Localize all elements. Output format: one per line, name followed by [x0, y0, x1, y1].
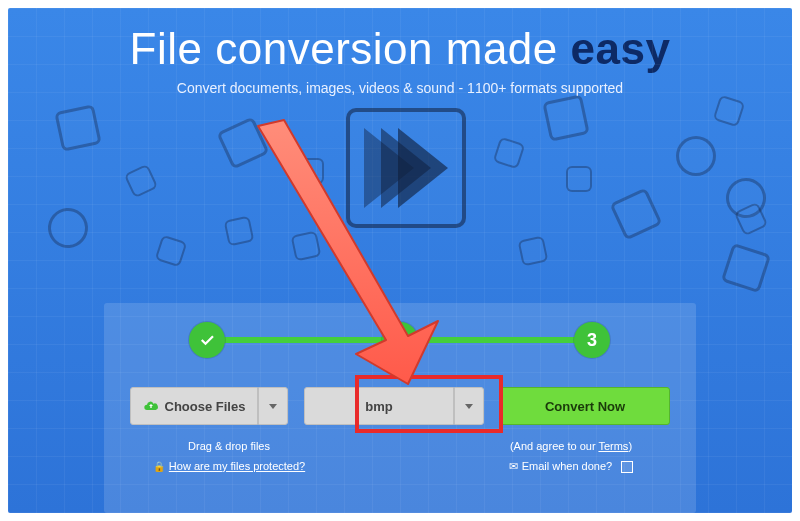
page-subtitle: Convert documents, images, videos & soun… [8, 80, 792, 96]
chevron-down-icon [465, 404, 473, 409]
choose-files-label: Choose Files [165, 399, 246, 414]
email-checkbox[interactable] [621, 461, 633, 473]
mail-icon: ✉ [509, 457, 518, 477]
choose-files-group: Choose Files [130, 387, 288, 425]
agree-suffix: ) [628, 440, 632, 452]
drag-hint: Drag & drop files [144, 437, 314, 457]
hints-col-mid [315, 437, 485, 477]
format-select-group: bmp [304, 387, 484, 425]
sketch-icon [43, 203, 93, 253]
sketch-icon [54, 104, 101, 151]
app-logo [346, 108, 466, 228]
step-1-indicator [189, 322, 225, 358]
check-icon [391, 331, 409, 349]
sketch-icon [713, 95, 746, 128]
cloud-upload-icon [143, 398, 159, 414]
sketch-icon [216, 116, 269, 169]
sketch-icon [124, 164, 159, 199]
sketch-icon [155, 235, 188, 268]
action-row: Choose Files bmp Convert Now [104, 387, 696, 425]
check-icon [198, 331, 216, 349]
lock-icon: 🔒 [153, 458, 165, 476]
hints-row: Drag & drop files 🔒How are my files prot… [104, 437, 696, 477]
step-3-label: 3 [587, 330, 597, 351]
sketch-icon [493, 137, 526, 170]
format-selected-label: bmp [365, 399, 392, 414]
steps-panel: 3 Choose Files bmp [104, 303, 696, 513]
hints-col-left: Drag & drop files 🔒How are my files prot… [144, 437, 314, 477]
sketch-icon [291, 231, 322, 262]
sketch-icon [721, 243, 771, 293]
hints-col-right: (And agree to our Terms) ✉Email when don… [486, 437, 656, 477]
choose-files-button[interactable]: Choose Files [130, 387, 258, 425]
sketch-icon [518, 236, 549, 267]
agree-prefix: (And agree to our [510, 440, 598, 452]
format-select-caret[interactable] [454, 387, 484, 425]
convert-label: Convert Now [545, 399, 625, 414]
sketch-icon [542, 94, 589, 141]
sketch-icon [298, 158, 324, 184]
sketch-icon [609, 187, 662, 240]
email-label: Email when done? [522, 460, 613, 472]
email-line: ✉Email when done? [486, 457, 656, 477]
terms-link[interactable]: Terms [598, 440, 628, 452]
title-emphasis: easy [571, 24, 671, 73]
title-text: File conversion made [130, 24, 571, 73]
chevron-down-icon [269, 404, 277, 409]
terms-line: (And agree to our Terms) [486, 437, 656, 457]
choose-files-caret[interactable] [258, 387, 288, 425]
sketch-icon [224, 216, 255, 247]
protection-line: 🔒How are my files protected? [144, 457, 314, 477]
convert-button[interactable]: Convert Now [500, 387, 670, 425]
step-2-indicator [382, 322, 418, 358]
sketch-icon [676, 136, 716, 176]
page-title: File conversion made easy [8, 24, 792, 74]
hero-panel: File conversion made easy Convert docume… [8, 8, 792, 513]
sketch-icon [566, 166, 592, 192]
format-select[interactable]: bmp [304, 387, 454, 425]
protection-link[interactable]: How are my files protected? [169, 460, 305, 472]
step-3-indicator: 3 [574, 322, 610, 358]
